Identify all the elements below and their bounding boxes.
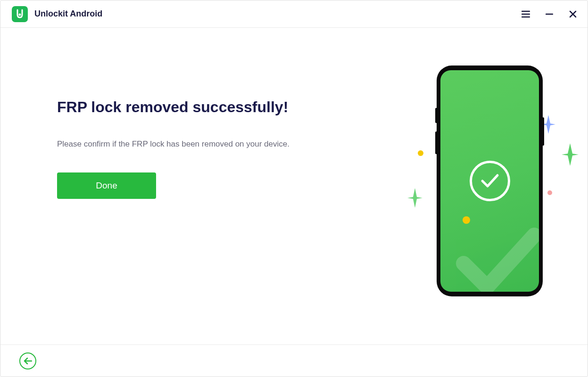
- main-content: FRP lock removed successfully! Please co…: [0, 28, 588, 344]
- menu-button[interactable]: [521, 9, 531, 19]
- decorative-dot: [418, 150, 423, 156]
- done-button[interactable]: Done: [57, 172, 156, 199]
- illustration-panel: [323, 28, 588, 344]
- titlebar: Unlockit Android: [0, 0, 588, 28]
- back-button[interactable]: [19, 352, 36, 369]
- svg-point-0: [19, 13, 21, 16]
- phone-illustration: [437, 66, 543, 296]
- decorative-dot: [463, 216, 470, 224]
- minimize-button[interactable]: [544, 9, 555, 19]
- window-controls: [521, 9, 578, 19]
- titlebar-left: Unlockit Android: [12, 6, 102, 22]
- app-title: Unlockit Android: [34, 9, 102, 19]
- sparkle-icon: [562, 143, 579, 166]
- sparkle-icon: [407, 188, 422, 208]
- footer: [0, 344, 588, 377]
- phone-screen: [440, 70, 539, 292]
- large-checkmark-icon: [449, 226, 539, 292]
- app-logo: [12, 6, 28, 22]
- success-check-icon: [470, 161, 510, 201]
- close-button[interactable]: [568, 9, 578, 19]
- confirm-text: Please confirm if the FRP lock has been …: [57, 139, 305, 149]
- success-heading: FRP lock removed successfully!: [57, 98, 305, 116]
- message-panel: FRP lock removed successfully! Please co…: [0, 28, 323, 344]
- decorative-dot: [547, 190, 552, 195]
